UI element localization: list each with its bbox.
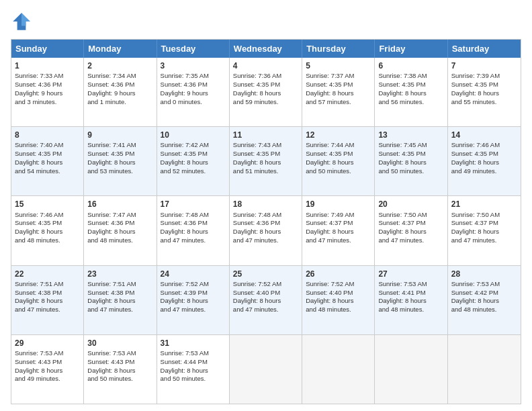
day-number: 29 [15, 338, 80, 349]
day-cell-11: 11Sunrise: 7:43 AMSunset: 4:35 PMDayligh… [230, 127, 302, 195]
cell-info-line: and 48 minutes. [15, 236, 80, 245]
calendar-row-5: 29Sunrise: 7:53 AMSunset: 4:43 PMDayligh… [11, 334, 521, 404]
cell-info-line: Sunset: 4:36 PM [233, 219, 298, 228]
day-cell-6: 6Sunrise: 7:38 AMSunset: 4:35 PMDaylight… [375, 58, 447, 126]
day-cell-20: 20Sunrise: 7:50 AMSunset: 4:37 PMDayligh… [375, 196, 447, 265]
cell-info-line: Daylight: 8 hours [233, 297, 298, 306]
cell-info-line: Daylight: 8 hours [233, 158, 298, 167]
cell-info-line: Sunrise: 7:37 AM [306, 72, 371, 81]
day-cell-12: 12Sunrise: 7:44 AMSunset: 4:35 PMDayligh… [302, 127, 375, 195]
cell-info-line: Daylight: 8 hours [87, 367, 152, 375]
cell-info-line: Daylight: 8 hours [161, 228, 226, 236]
day-cell-4: 4Sunrise: 7:36 AMSunset: 4:35 PMDaylight… [230, 58, 302, 126]
cell-info-line: Sunrise: 7:39 AM [451, 72, 517, 81]
cell-info-line: Sunrise: 7:52 AM [233, 280, 298, 289]
weekday-header-wednesday: Wednesday [230, 40, 302, 58]
cell-info-line: and 59 minutes. [233, 98, 298, 107]
day-cell-1: 1Sunrise: 7:33 AMSunset: 4:36 PMDaylight… [11, 58, 84, 126]
cell-info-line: Sunset: 4:35 PM [161, 150, 226, 158]
calendar-row-4: 22Sunrise: 7:51 AMSunset: 4:38 PMDayligh… [11, 265, 521, 334]
cell-info-line: Sunrise: 7:42 AM [161, 141, 226, 150]
cell-info-line: Daylight: 8 hours [233, 228, 298, 236]
cell-info-line: Sunrise: 7:53 AM [161, 349, 226, 358]
cell-info-line: Sunset: 4:35 PM [451, 150, 517, 158]
cell-info-line: Daylight: 8 hours [15, 158, 80, 167]
cell-info-line: Sunset: 4:36 PM [87, 219, 152, 228]
day-number: 9 [87, 130, 152, 140]
day-number: 12 [306, 130, 371, 140]
cell-info-line: Sunset: 4:35 PM [87, 150, 152, 158]
cell-info-line: and 54 minutes. [15, 167, 80, 176]
cell-info-line: Sunset: 4:35 PM [15, 219, 80, 228]
day-cell-29: 29Sunrise: 7:53 AMSunset: 4:43 PMDayligh… [11, 335, 84, 404]
day-cell-10: 10Sunrise: 7:42 AMSunset: 4:35 PMDayligh… [157, 127, 230, 195]
day-number: 1 [15, 60, 80, 71]
cell-info-line: Sunset: 4:43 PM [15, 358, 80, 367]
day-number: 23 [87, 269, 152, 279]
cell-info-line: Sunrise: 7:51 AM [87, 280, 152, 289]
cell-info-line: Sunrise: 7:40 AM [15, 141, 80, 150]
svg-marker-1 [21, 13, 30, 26]
cell-info-line: Sunset: 4:40 PM [233, 289, 298, 298]
day-cell-24: 24Sunrise: 7:52 AMSunset: 4:39 PMDayligh… [157, 266, 230, 334]
day-number: 7 [451, 60, 517, 71]
weekday-header-monday: Monday [84, 40, 157, 58]
day-number: 8 [15, 130, 80, 140]
cell-info-line: Sunrise: 7:53 AM [378, 280, 443, 289]
cell-info-line: Sunset: 4:38 PM [87, 289, 152, 298]
cell-info-line: Sunrise: 7:35 AM [161, 72, 226, 81]
day-number: 5 [306, 60, 371, 71]
day-cell-2: 2Sunrise: 7:34 AMSunset: 4:36 PMDaylight… [84, 58, 157, 126]
cell-info-line: Sunrise: 7:49 AM [306, 211, 371, 220]
cell-info-line: Sunset: 4:35 PM [306, 150, 371, 158]
day-cell-22: 22Sunrise: 7:51 AMSunset: 4:38 PMDayligh… [11, 266, 84, 334]
day-cell-8: 8Sunrise: 7:40 AMSunset: 4:35 PMDaylight… [11, 127, 84, 195]
cell-info-line: Sunrise: 7:36 AM [233, 72, 298, 81]
cell-info-line: Sunset: 4:44 PM [161, 358, 226, 367]
cell-info-line: and 50 minutes. [87, 375, 152, 383]
cell-info-line: Daylight: 8 hours [161, 158, 226, 167]
cell-info-line: Sunrise: 7:33 AM [15, 72, 80, 81]
weekday-header-tuesday: Tuesday [157, 40, 230, 58]
cell-info-line: and 51 minutes. [233, 167, 298, 176]
logo-icon [11, 11, 32, 32]
day-cell-30: 30Sunrise: 7:53 AMSunset: 4:43 PMDayligh… [84, 335, 157, 404]
cell-info-line: and 48 minutes. [378, 306, 443, 314]
cell-info-line: Sunrise: 7:50 AM [378, 211, 443, 220]
cell-info-line: Sunrise: 7:46 AM [451, 141, 517, 150]
cell-info-line: and 47 minutes. [87, 306, 152, 314]
cell-info-line: Sunrise: 7:48 AM [233, 211, 298, 220]
cell-info-line: Daylight: 8 hours [378, 297, 443, 306]
calendar-row-3: 15Sunrise: 7:46 AMSunset: 4:35 PMDayligh… [11, 195, 521, 265]
day-cell-28: 28Sunrise: 7:53 AMSunset: 4:42 PMDayligh… [448, 266, 521, 334]
day-number: 28 [451, 269, 517, 279]
day-number: 4 [233, 60, 298, 71]
cell-info-line: Sunrise: 7:51 AM [15, 280, 80, 289]
day-number: 20 [378, 199, 443, 210]
day-cell-9: 9Sunrise: 7:41 AMSunset: 4:35 PMDaylight… [84, 127, 157, 195]
day-number: 27 [378, 269, 443, 279]
cell-info-line: Sunset: 4:37 PM [451, 219, 517, 228]
day-number: 14 [451, 130, 517, 140]
cell-info-line: Daylight: 8 hours [87, 228, 152, 236]
cell-info-line: Daylight: 9 hours [161, 89, 226, 98]
cell-info-line: and 48 minutes. [306, 306, 371, 314]
cell-info-line: Daylight: 8 hours [378, 158, 443, 167]
cell-info-line: Sunset: 4:35 PM [378, 81, 443, 89]
cell-info-line: and 48 minutes. [87, 236, 152, 245]
day-cell-26: 26Sunrise: 7:52 AMSunset: 4:40 PMDayligh… [302, 266, 375, 334]
calendar: SundayMondayTuesdayWednesdayThursdayFrid… [11, 39, 521, 404]
day-cell-25: 25Sunrise: 7:52 AMSunset: 4:40 PMDayligh… [230, 266, 302, 334]
day-number: 11 [233, 130, 298, 140]
cell-info-line: Sunrise: 7:50 AM [451, 211, 517, 220]
cell-info-line: and 56 minutes. [378, 98, 443, 107]
cell-info-line: Daylight: 8 hours [233, 89, 298, 98]
day-number: 6 [378, 60, 443, 71]
cell-info-line: and 0 minutes. [161, 98, 226, 107]
day-cell-23: 23Sunrise: 7:51 AMSunset: 4:38 PMDayligh… [84, 266, 157, 334]
cell-info-line: Daylight: 8 hours [451, 297, 517, 306]
day-number: 22 [15, 269, 80, 279]
cell-info-line: Sunset: 4:36 PM [161, 81, 226, 89]
cell-info-line: Daylight: 8 hours [451, 158, 517, 167]
cell-info-line: Sunset: 4:38 PM [15, 289, 80, 298]
